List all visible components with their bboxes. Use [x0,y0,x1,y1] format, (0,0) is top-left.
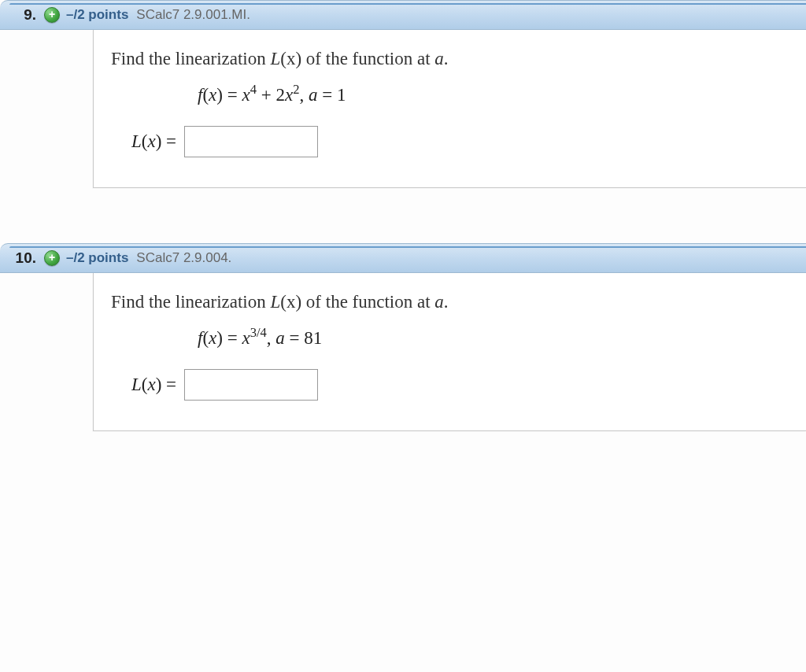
question-number: 10. [0,249,44,267]
question-header: 10. + –/2 points SCalc7 2.9.004. [0,243,806,273]
answer-label: L(x) = [131,375,176,395]
question-prompt: Find the linearization L(x) of the funct… [111,49,806,69]
answer-row: L(x) = [131,126,806,157]
question-header: 9. + –/2 points SCalc7 2.9.001.MI. [0,0,806,30]
points-label: –/2 points [66,250,128,266]
question-body: Find the linearization L(x) of the funct… [93,273,806,431]
answer-input[interactable] [184,369,318,401]
answer-row: L(x) = [131,369,806,401]
question-number: 9. [0,6,44,24]
problem-reference: SCalc7 2.9.001.MI. [136,7,250,23]
equation-display: f(x) = x4 + 2x2, a = 1 [198,85,806,105]
answer-label: L(x) = [131,131,176,152]
question-body: Find the linearization L(x) of the funct… [93,30,806,188]
equation-display: f(x) = x3/4, a = 81 [198,328,806,349]
points-label: –/2 points [66,7,128,23]
plus-icon[interactable]: + [44,250,60,266]
problem-reference: SCalc7 2.9.004. [136,250,231,266]
question-block: 9. + –/2 points SCalc7 2.9.001.MI. Find … [0,0,806,188]
answer-input[interactable] [184,126,318,157]
question-block: 10. + –/2 points SCalc7 2.9.004. Find th… [0,243,806,431]
question-prompt: Find the linearization L(x) of the funct… [111,292,806,312]
plus-icon[interactable]: + [44,7,60,23]
